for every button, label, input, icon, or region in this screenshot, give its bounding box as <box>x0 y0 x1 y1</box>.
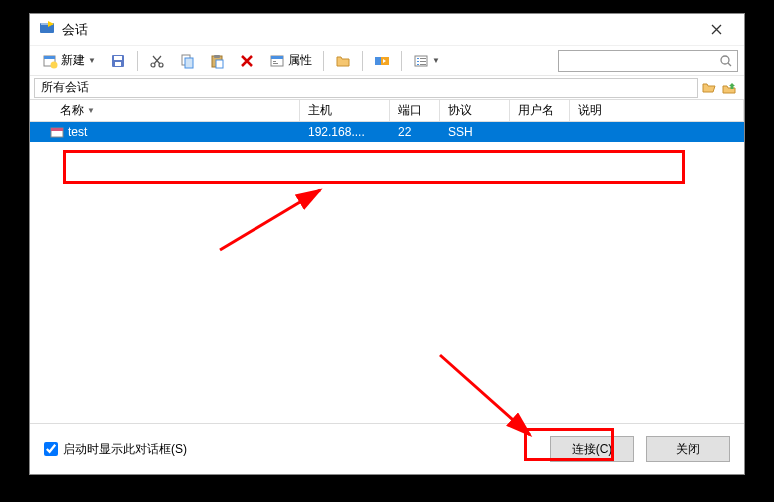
column-header-protocol[interactable]: 协议 <box>440 100 510 121</box>
save-icon <box>110 53 126 69</box>
path-bar: 所有会话 <box>30 76 744 100</box>
close-button[interactable]: 关闭 <box>646 436 730 462</box>
separator <box>401 51 402 71</box>
svg-rect-2 <box>44 56 55 59</box>
column-header-port[interactable]: 端口 <box>390 100 440 121</box>
separator <box>323 51 324 71</box>
copy-button[interactable] <box>173 49 201 73</box>
properties-icon <box>269 53 285 69</box>
path-up-button[interactable] <box>720 79 738 97</box>
svg-rect-24 <box>420 58 426 59</box>
session-port: 22 <box>390 125 440 139</box>
delete-icon <box>239 53 255 69</box>
column-header-username[interactable]: 用户名 <box>510 100 570 121</box>
view-button[interactable]: ▼ <box>407 49 446 73</box>
session-dialog: 会话 新建 ▼ 属性 <box>29 13 745 475</box>
quick-connect-button[interactable] <box>368 49 396 73</box>
svg-point-27 <box>721 56 729 64</box>
svg-rect-16 <box>273 61 276 62</box>
session-list[interactable]: test 192.168.... 22 SSH <box>30 122 744 424</box>
startup-checkbox-label: 启动时显示此对话框(S) <box>63 441 187 458</box>
window-title: 会话 <box>62 21 696 39</box>
svg-rect-17 <box>273 63 278 64</box>
svg-rect-29 <box>51 128 63 131</box>
dropdown-arrow-icon: ▼ <box>88 56 96 65</box>
view-icon <box>413 53 429 69</box>
toolbar: 新建 ▼ 属性 ▼ <box>30 46 744 76</box>
svg-rect-10 <box>185 58 193 68</box>
new-session-button[interactable]: 新建 ▼ <box>36 48 102 73</box>
search-icon <box>719 54 733 68</box>
paste-button[interactable] <box>203 49 231 73</box>
close-window-button[interactable] <box>696 16 736 44</box>
svg-rect-15 <box>271 56 283 59</box>
column-header-host[interactable]: 主机 <box>300 100 390 121</box>
delete-button[interactable] <box>233 49 261 73</box>
startup-checkbox-input[interactable] <box>44 442 58 456</box>
connect-button[interactable]: 连接(C) <box>550 436 634 462</box>
bottom-bar: 启动时显示此对话框(S) 连接(C) 关闭 <box>30 424 744 474</box>
path-open-button[interactable] <box>700 79 718 97</box>
svg-rect-6 <box>115 62 121 66</box>
new-icon <box>42 53 58 69</box>
path-field[interactable]: 所有会话 <box>34 78 698 98</box>
folder-open-icon <box>702 81 716 95</box>
svg-rect-25 <box>420 61 426 62</box>
svg-rect-13 <box>216 60 223 68</box>
properties-label: 属性 <box>288 52 312 69</box>
column-header-description[interactable]: 说明 <box>570 100 744 121</box>
sort-arrow-icon: ▼ <box>87 106 95 115</box>
session-name: test <box>68 125 87 139</box>
search-input[interactable] <box>563 54 719 68</box>
show-on-startup-checkbox[interactable]: 启动时显示此对话框(S) <box>44 441 187 458</box>
session-row[interactable]: test 192.168.... 22 SSH <box>30 122 744 142</box>
properties-button[interactable]: 属性 <box>263 48 318 73</box>
separator <box>362 51 363 71</box>
new-folder-button[interactable] <box>329 49 357 73</box>
cut-button[interactable] <box>143 49 171 73</box>
cut-icon <box>149 53 165 69</box>
svg-point-3 <box>51 61 58 68</box>
column-headers: 名称 ▼ 主机 端口 协议 用户名 说明 <box>30 100 744 122</box>
copy-icon <box>179 53 195 69</box>
save-button[interactable] <box>104 49 132 73</box>
paste-icon <box>209 53 225 69</box>
separator <box>137 51 138 71</box>
folder-icon <box>335 53 351 69</box>
search-box[interactable] <box>558 50 738 72</box>
svg-rect-23 <box>417 64 419 65</box>
up-icon <box>722 81 736 95</box>
session-icon <box>50 125 64 139</box>
svg-rect-5 <box>114 56 122 60</box>
session-host: 192.168.... <box>300 125 390 139</box>
svg-rect-21 <box>417 58 419 59</box>
svg-rect-26 <box>420 64 426 65</box>
quick-icon <box>374 53 390 69</box>
dropdown-arrow-icon: ▼ <box>432 56 440 65</box>
svg-rect-22 <box>417 61 419 62</box>
app-icon <box>38 19 56 40</box>
path-value: 所有会话 <box>41 79 89 96</box>
titlebar: 会话 <box>30 14 744 46</box>
svg-rect-12 <box>214 55 220 58</box>
column-header-name[interactable]: 名称 ▼ <box>30 100 300 121</box>
session-protocol: SSH <box>440 125 510 139</box>
new-label: 新建 <box>61 52 85 69</box>
